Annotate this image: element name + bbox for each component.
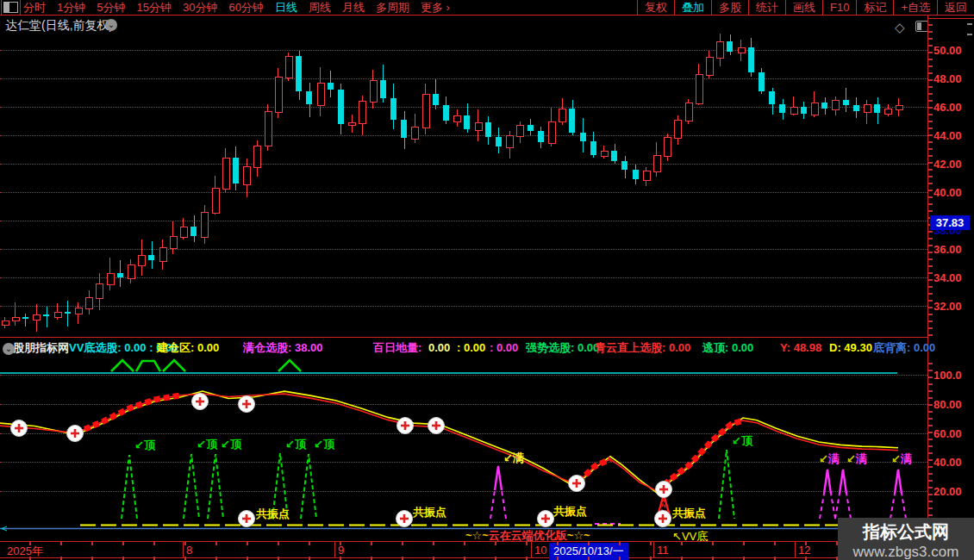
top-signal-label: ↙顶 — [134, 439, 155, 451]
full-signal-label: ↙满 — [819, 453, 840, 465]
full-spike-right — [846, 494, 851, 519]
circle-plus-marker — [428, 418, 445, 434]
circle-plus-marker — [396, 511, 413, 527]
date-ticks-bottom — [0, 557, 927, 560]
circle-plus-marker — [656, 482, 672, 498]
resonance-label: 共振点 — [553, 506, 587, 518]
top-signal-label: ↙顶 — [221, 439, 241, 451]
last-price-tag: 37.83 — [930, 215, 970, 230]
caret-signal-icon — [111, 360, 134, 371]
full-spike-right — [831, 494, 835, 519]
top-spike — [208, 454, 223, 519]
circle-plus-marker — [239, 511, 255, 527]
top-spike — [301, 454, 316, 519]
full-spike-left — [820, 494, 824, 519]
full-signal-label: ↙满 — [891, 453, 912, 465]
top-spike — [184, 454, 199, 519]
top-signal-label: ↙顶 — [197, 439, 217, 451]
full-spike-left — [835, 494, 840, 519]
top-signal-label: ↙顶 — [732, 435, 752, 447]
date-label: 11 — [657, 544, 669, 557]
circle-plus-marker — [239, 396, 255, 413]
indicator-svg — [0, 0, 974, 560]
top-spike — [719, 450, 734, 519]
circle-plus-marker — [192, 394, 209, 410]
caret-signal-icon — [163, 360, 185, 371]
resonance-label: 共振点 — [413, 507, 446, 519]
circle-plus-marker — [67, 426, 84, 442]
full-spike-top — [495, 466, 502, 490]
full-spike-left — [490, 490, 495, 519]
resonance-label: 共振点 — [672, 507, 706, 520]
top-spike — [122, 455, 137, 519]
caret-signal-icon — [278, 360, 301, 371]
full-spike-left — [890, 494, 895, 519]
date-label: 12 — [798, 544, 810, 557]
caret-signal-icon — [136, 361, 160, 371]
full-signal-label: ↙满 — [503, 452, 524, 464]
circle-plus-marker — [569, 476, 585, 492]
date-ticks-top — [0, 542, 927, 545]
watermark: 指标公式网 www.zbgs3.com — [838, 518, 974, 560]
full-signal-label: ↙满 — [846, 453, 867, 465]
date-label: 10 — [534, 544, 546, 557]
indicator-note: ~☆~云在云端优化版~☆~ — [465, 530, 590, 542]
top-signal-label: ↙顶 — [314, 439, 334, 451]
full-spike-top — [824, 470, 831, 494]
date-label: 9 — [338, 544, 344, 557]
circle-plus-marker — [538, 511, 554, 527]
app-window: 分时1分钟5分钟15分钟30分钟60分钟日线周线月线多周期更多 › 复权叠加多股… — [0, 0, 974, 560]
top-signal-label: ↙顶 — [285, 439, 306, 451]
circle-plus-marker — [655, 511, 671, 527]
resonance-label: 共振点 — [256, 508, 290, 520]
full-spike-top — [895, 470, 902, 494]
date-label: 8 — [186, 544, 192, 557]
circle-plus-marker — [397, 418, 414, 434]
circle-plus-marker — [11, 420, 28, 437]
full-spike-right — [902, 494, 906, 519]
watermark-title: 指标公式网 — [838, 520, 974, 544]
full-spike-top — [840, 470, 846, 494]
watermark-url: www.zbgs3.com — [838, 544, 974, 560]
full-spike-right — [502, 490, 506, 519]
